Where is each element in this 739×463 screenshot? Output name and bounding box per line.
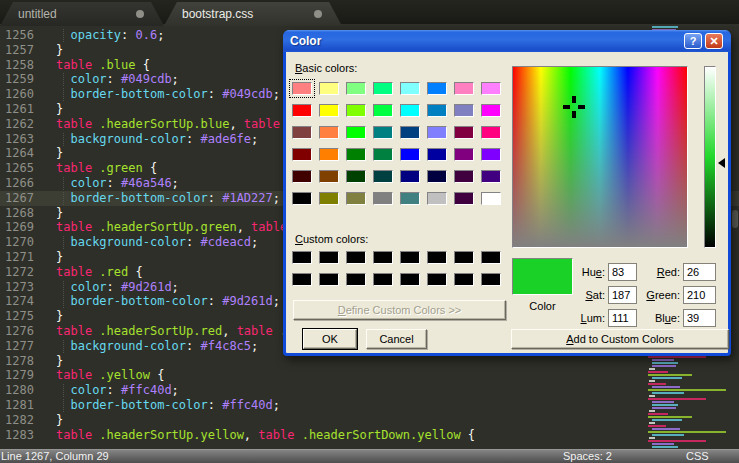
basic-color-swatch[interactable] [427,104,447,117]
red-input[interactable] [683,263,716,281]
code-text: } [56,354,63,369]
basic-color-swatch[interactable] [400,104,420,117]
basic-color-swatch[interactable] [346,170,366,183]
code-line[interactable]: 1280 color: #ffc40d; [0,383,739,398]
minimap-row [648,416,692,418]
code-line[interactable]: 1281 border-bottom-color: #ffc40d; [0,398,739,413]
basic-color-swatch[interactable] [346,148,366,161]
custom-color-swatch[interactable] [292,273,312,286]
tab-modified-dot[interactable] [314,10,322,18]
basic-color-swatch[interactable] [481,170,501,183]
basic-color-swatch[interactable] [346,192,366,205]
custom-color-swatch[interactable] [454,273,474,286]
scrollbar-thumb[interactable] [732,210,738,228]
minimap-row [648,440,706,442]
custom-color-swatch[interactable] [373,273,393,286]
custom-color-swatch[interactable] [427,251,447,264]
line-number: 1268 [0,206,38,221]
basic-color-swatch[interactable] [454,148,474,161]
basic-color-swatch[interactable] [292,192,312,205]
basic-color-swatch[interactable] [292,82,312,95]
color-field-crosshair-icon[interactable] [563,96,585,118]
tab-untitled[interactable]: untitled [0,2,164,26]
custom-color-swatch[interactable] [373,251,393,264]
tab-bootstrap-css[interactable]: bootstrap.css [164,2,342,26]
code-line[interactable]: 1279table .yellow { [0,368,739,383]
basic-color-swatch[interactable] [454,170,474,183]
help-button[interactable]: ? [684,33,702,49]
basic-color-swatch[interactable] [481,126,501,139]
add-to-custom-colors-button[interactable]: Add to Custom Colors [511,329,729,349]
basic-color-swatch[interactable] [292,126,312,139]
basic-color-swatch[interactable] [427,170,447,183]
custom-color-swatch[interactable] [454,251,474,264]
custom-color-swatch[interactable] [319,251,339,264]
basic-color-swatch[interactable] [373,170,393,183]
basic-color-swatch[interactable] [292,170,312,183]
luminance-slider[interactable] [704,66,716,248]
basic-color-swatch[interactable] [400,170,420,183]
basic-color-swatch[interactable] [481,192,501,205]
basic-color-swatch[interactable] [427,192,447,205]
custom-color-swatch[interactable] [400,251,420,264]
dialog-titlebar[interactable]: Color [283,30,731,52]
basic-color-swatch[interactable] [319,126,339,139]
basic-color-swatch[interactable] [346,104,366,117]
line-number: 1281 [0,398,38,413]
code-line[interactable]: 1283table .headerSortUp.yellow, table .h… [0,428,739,443]
basic-color-swatch[interactable] [346,126,366,139]
status-indent-setting[interactable]: Spaces: 2 [563,450,612,463]
basic-color-swatch[interactable] [400,126,420,139]
line-number: 1257 [0,43,38,58]
basic-color-swatch[interactable] [481,148,501,161]
basic-color-swatch[interactable] [346,82,366,95]
basic-color-swatch[interactable] [373,104,393,117]
basic-color-swatch[interactable] [319,192,339,205]
basic-color-swatch[interactable] [373,82,393,95]
basic-color-swatch[interactable] [373,148,393,161]
custom-color-swatch[interactable] [346,251,366,264]
custom-color-swatch[interactable] [427,273,447,286]
basic-color-swatch[interactable] [292,148,312,161]
tab-modified-dot[interactable] [136,10,144,18]
basic-color-swatch[interactable] [481,104,501,117]
ok-button[interactable]: OK [303,329,357,349]
custom-color-swatch[interactable] [292,251,312,264]
blue-input[interactable] [683,309,716,327]
basic-color-swatch[interactable] [454,82,474,95]
basic-color-swatch[interactable] [373,126,393,139]
basic-color-swatch[interactable] [400,192,420,205]
custom-color-swatch[interactable] [319,273,339,286]
basic-color-swatch[interactable] [427,82,447,95]
basic-color-swatch[interactable] [319,170,339,183]
basic-color-swatch[interactable] [427,126,447,139]
close-icon[interactable]: ✕ [705,33,723,49]
hue-saturation-field[interactable] [512,66,688,248]
basic-color-swatch[interactable] [319,104,339,117]
code-text: } [56,146,63,161]
green-input[interactable] [683,286,716,304]
basic-color-swatch[interactable] [319,148,339,161]
scrollbar[interactable] [731,26,739,449]
basic-color-swatch[interactable] [400,82,420,95]
basic-color-swatch[interactable] [454,126,474,139]
custom-color-swatch[interactable] [481,273,501,286]
basic-color-swatch[interactable] [427,148,447,161]
luminance-arrow-icon[interactable] [718,158,725,168]
code-line[interactable]: 1282} [0,413,739,428]
define-custom-colors-button[interactable]: Define Custom Colors >> [293,300,506,320]
custom-color-swatch[interactable] [481,251,501,264]
basic-color-swatch[interactable] [481,82,501,95]
custom-color-swatch[interactable] [346,273,366,286]
basic-color-swatch[interactable] [373,192,393,205]
line-number: 1261 [0,102,38,117]
cancel-button[interactable]: Cancel [366,329,427,349]
line-number: 1269 [0,220,38,235]
basic-color-swatch[interactable] [400,148,420,161]
basic-color-swatch[interactable] [319,82,339,95]
status-syntax-mode[interactable]: CSS [686,450,709,463]
basic-color-swatch[interactable] [454,104,474,117]
custom-color-swatch[interactable] [400,273,420,286]
basic-color-swatch[interactable] [292,104,312,117]
basic-color-swatch[interactable] [454,192,474,205]
